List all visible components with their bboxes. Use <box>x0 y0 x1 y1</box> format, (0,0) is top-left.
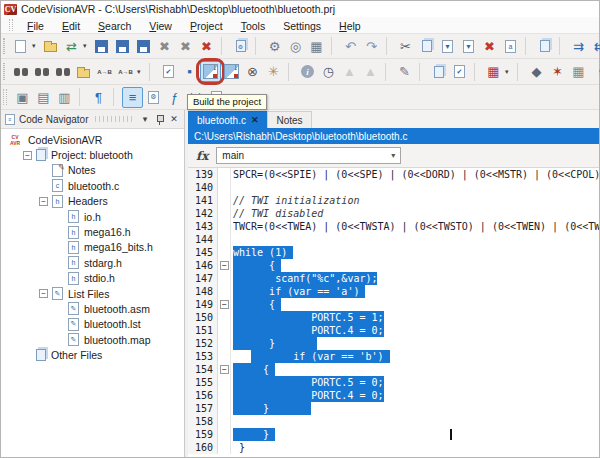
menu-file[interactable]: File <box>18 19 53 33</box>
tree-item-list-files[interactable]: −✎List Files <box>1 286 184 301</box>
tree-item-bluetooth-asm[interactable]: ✎bluetooth.asm <box>1 301 184 316</box>
new-file-dropdown-icon[interactable]: ▾ <box>32 42 40 50</box>
function-select[interactable]: main ▾ <box>216 147 401 164</box>
tree-item-headers[interactable]: −hHeaders <box>1 194 184 209</box>
tree-item-mega16-bits-h[interactable]: hmega16_bits.h <box>1 240 184 255</box>
close-panel-icon[interactable]: ✕ <box>168 114 180 124</box>
tree-item-io-h[interactable]: hio.h <box>1 209 184 224</box>
line-number: 147 <box>188 272 218 285</box>
print-preview-button[interactable]: ◎ <box>285 36 306 57</box>
project-configure-button[interactable]: ⚙ <box>230 36 251 57</box>
menu-search[interactable]: Search <box>89 19 140 33</box>
close-file-button[interactable]: ✖ <box>154 36 175 57</box>
tree-item-other-files[interactable]: Other Files <box>1 347 184 362</box>
copy-button[interactable] <box>416 36 437 57</box>
menu-help[interactable]: Help <box>330 19 370 33</box>
tab-bluetooth-c[interactable]: bluetooth.c✕ <box>188 111 267 128</box>
tree-item-project-bluetooth[interactable]: −Project: bluetooth <box>1 147 184 162</box>
tile-windows-vertical-button[interactable]: ▥ <box>54 87 75 108</box>
fold-collapse-icon[interactable]: − <box>220 261 229 270</box>
debugger-button[interactable]: ◆ <box>526 61 547 82</box>
replace-in-files-button[interactable]: A→B <box>115 61 136 82</box>
find-previous-button[interactable] <box>52 61 73 82</box>
menu-tools[interactable]: Tools <box>232 19 275 33</box>
show-paragraph-marks-button[interactable]: ¶ <box>88 87 109 108</box>
save-as-button[interactable] <box>112 36 133 57</box>
panel-menu-icon[interactable]: ▾ <box>139 114 151 124</box>
reopen-file-button[interactable]: ⇄ <box>61 36 82 57</box>
tree-expander-icon[interactable]: − <box>39 197 48 206</box>
tree-item-notes[interactable]: ✎Notes <box>1 163 184 178</box>
function-list-button[interactable]: ƒ <box>164 87 185 108</box>
tree-item-mega16-h[interactable]: hmega16.h <box>1 224 184 239</box>
history-button[interactable]: ◷ <box>318 61 339 82</box>
find-in-files-button[interactable] <box>73 61 94 82</box>
find-next-button[interactable] <box>31 61 52 82</box>
chip-button[interactable]: ▦ <box>568 61 589 82</box>
delete-selection-button[interactable]: ✖ <box>479 36 500 57</box>
code-editor[interactable]: 139SPCR=(0<<SPIE) | (0<<SPE) | (0<<DORD)… <box>188 168 599 457</box>
code-navigator-toggle-button[interactable]: ≡ <box>122 87 143 108</box>
close-all-button[interactable]: ✖ <box>175 36 196 57</box>
select-all-button[interactable]: a <box>500 36 521 57</box>
replace-in-files-dropdown-icon[interactable]: ▾ <box>137 68 145 76</box>
tree-item-stdarg-h[interactable]: hstdarg.h <box>1 255 184 270</box>
tile-windows-horizontal-button[interactable]: ▤ <box>33 87 54 108</box>
paste-button[interactable]: ▼ <box>437 36 458 57</box>
save-file-button[interactable] <box>91 36 112 57</box>
reopen-file-dropdown-icon[interactable]: ▾ <box>83 42 91 50</box>
menu-edit[interactable]: Edit <box>53 19 89 33</box>
assembly-listing-button[interactable]: ▲ <box>360 61 381 82</box>
compile-button[interactable]: ▪ <box>179 61 200 82</box>
find-button[interactable] <box>10 61 31 82</box>
toggle-bookmark-button[interactable] <box>534 36 555 57</box>
tree-expander-icon[interactable]: − <box>23 151 32 160</box>
delete-file-button[interactable]: ✖ <box>196 36 217 57</box>
redo-button[interactable]: ↷ <box>361 36 382 57</box>
open-file-button[interactable] <box>40 36 61 57</box>
fold-collapse-icon[interactable]: − <box>220 300 229 309</box>
tab-close-icon[interactable]: ✕ <box>251 115 259 125</box>
pin-icon[interactable] <box>155 114 164 125</box>
print-button[interactable]: ▦ <box>306 36 327 57</box>
stop-compilation-button[interactable]: ⊗ <box>242 61 263 82</box>
chip-bug-button[interactable]: ✶ <box>547 61 568 82</box>
toolbar-separator <box>419 63 426 81</box>
cut-button[interactable]: ✂ <box>395 36 416 57</box>
code-templates-button[interactable]: ⚙ <box>143 87 164 108</box>
check-syntax-button[interactable]: ✔ <box>158 61 179 82</box>
information-button[interactable]: i <box>297 61 318 82</box>
tree-item-bluetooth-lst[interactable]: ✎bluetooth.lst <box>1 317 184 332</box>
tree-item-bluetooth-map[interactable]: ✎bluetooth.map <box>1 332 184 347</box>
tree-item-stdio-h[interactable]: hstdio.h <box>1 271 184 286</box>
build-all-button[interactable] <box>221 61 242 82</box>
tree-item-codevisionavr[interactable]: CVAVRCodeVisionAVR <box>1 132 184 147</box>
panel-drag-grip[interactable] <box>95 116 132 122</box>
edit-note-button[interactable]: ✎ <box>394 61 415 82</box>
clean-project-button[interactable]: ✳ <box>263 61 284 82</box>
tree-item-bluetooth-c[interactable]: cbluetooth.c <box>1 178 184 193</box>
paste-special-button[interactable]: ▼ <box>458 36 479 57</box>
tab-notes[interactable]: Notes <box>267 111 311 128</box>
print-setup-button[interactable]: ⚙ <box>264 36 285 57</box>
duplicate-file-button[interactable] <box>428 61 449 82</box>
fold-collapse-icon[interactable]: − <box>220 365 229 374</box>
stopwatch-button[interactable]: ◔ <box>589 61 600 82</box>
new-file-button[interactable] <box>10 36 31 57</box>
unindent-block-button[interactable]: ⇇ <box>589 36 600 57</box>
cascade-windows-button[interactable]: ▣ <box>12 87 33 108</box>
save-all-button[interactable] <box>133 36 154 57</box>
menu-settings[interactable]: Settings <box>274 19 330 33</box>
code-line: 157 } <box>188 402 599 415</box>
undo-button[interactable]: ↶ <box>340 36 361 57</box>
menu-view[interactable]: View <box>140 19 181 33</box>
replace-button[interactable]: A→B <box>94 61 115 82</box>
build-project-button[interactable] <box>200 61 221 82</box>
assembler-button[interactable]: ▲ <box>339 61 360 82</box>
tree-expander-icon[interactable]: − <box>39 289 48 298</box>
export-file-button[interactable]: ✔ <box>449 61 470 82</box>
chip-programmer-button[interactable]: ▦ <box>483 61 504 82</box>
menu-project[interactable]: Project <box>181 19 232 33</box>
chip-programmer-dropdown-icon[interactable]: ▾ <box>505 68 513 76</box>
indent-block-button[interactable]: ⇉ <box>568 36 589 57</box>
